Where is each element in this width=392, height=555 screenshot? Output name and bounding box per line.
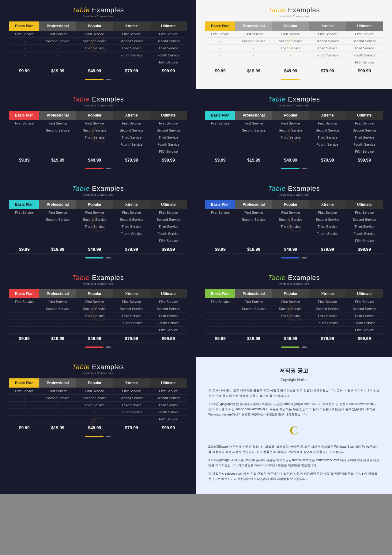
- cell-4-0: -: [9, 148, 39, 155]
- cell-4-1: -: [39, 148, 76, 155]
- pricing-table: Basic PlanProfessionalPopularXtremeUltim…: [205, 111, 383, 164]
- cell-2-3: Third Service: [113, 134, 150, 141]
- cell-5-3: $79.99: [113, 244, 150, 254]
- cell-3-2: -: [272, 320, 309, 327]
- cell-5-3: $79.99: [113, 334, 150, 343]
- cell-4-0: -: [205, 327, 235, 334]
- cell-1-0: -: [9, 216, 39, 223]
- cell-5-3: $79.99: [309, 155, 346, 164]
- cell-5-1: $19.99: [39, 155, 76, 164]
- cell-4-3: -: [113, 327, 150, 334]
- cell-0-1: First Service: [235, 120, 272, 127]
- cell-2-3: Third Service: [113, 223, 150, 230]
- cell-0-0: First Service: [9, 31, 39, 38]
- bar-dot: [106, 168, 111, 169]
- cell-0-3: First Service: [113, 298, 150, 305]
- cell-2-4: Third Service: [150, 223, 187, 230]
- cell-3-0: -: [205, 141, 235, 148]
- bar-dot: [302, 79, 307, 80]
- cell-2-2: Third Service: [76, 402, 113, 409]
- cell-1-1: Second Service: [235, 38, 272, 45]
- cell-1-4: Second Service: [150, 305, 187, 312]
- title-table: Table: [268, 274, 286, 281]
- title-table: Table: [72, 6, 90, 14]
- cell-3-3: Fourth Service: [309, 52, 346, 59]
- plan-header-4: Ultimate: [346, 289, 383, 298]
- slide-title: Table Examples: [9, 363, 187, 371]
- slide-subtitle: Insert Your Creative Idea: [205, 193, 383, 196]
- copyright-section-3: 3.이미지(Image) & 아이콘(Icon) 이 문서에 사용된 이미지들은…: [208, 457, 380, 468]
- cell-4-1: -: [39, 327, 76, 334]
- cell-0-4: First Service: [150, 388, 187, 395]
- slide-title: Table Examples: [9, 185, 187, 193]
- slide-title: Table Examples: [9, 95, 187, 103]
- slide-subtitle: Insert Your Creative Idea: [9, 193, 187, 196]
- cell-5-1: $19.99: [39, 66, 76, 75]
- cell-4-3: -: [309, 237, 346, 244]
- cell-0-1: First Service: [39, 298, 76, 305]
- cell-3-0: -: [9, 409, 39, 416]
- cell-4-3: -: [113, 237, 150, 244]
- cell-2-3: Third Service: [113, 45, 150, 52]
- bar-dot: [106, 346, 111, 348]
- cell-1-2: Second Service: [76, 395, 113, 402]
- title-examples: Examples: [92, 274, 124, 281]
- cell-2-0: -: [205, 134, 235, 141]
- bar-dot: [302, 257, 307, 258]
- plan-header-4: Ultimate: [346, 200, 383, 209]
- cell-2-1: -: [39, 45, 76, 52]
- cell-4-0: -: [9, 59, 39, 66]
- cell-0-4: First Service: [150, 31, 187, 38]
- slide-subtitle: Insert Your Creative Idea: [9, 372, 187, 375]
- bar-accent: [281, 346, 300, 348]
- cell-2-3: Third Service: [113, 402, 150, 409]
- bar-dot: [106, 79, 111, 80]
- cell-5-0: $9.99: [9, 244, 39, 254]
- title-table: Table: [268, 6, 286, 14]
- cell-1-4: Second Service: [346, 305, 383, 312]
- cell-0-4: First Service: [346, 298, 383, 305]
- title-table: Table: [72, 363, 90, 371]
- cell-2-3: Third Service: [309, 134, 346, 141]
- bar-accent: [85, 168, 104, 169]
- cell-5-3: $79.99: [309, 334, 346, 343]
- cell-3-0: -: [9, 230, 39, 237]
- cell-5-0: $9.99: [205, 244, 235, 254]
- cell-3-0: -: [9, 52, 39, 59]
- slide-subtitle: Insert Your Creative Idea: [9, 282, 187, 285]
- cell-2-2: Third Service: [76, 134, 113, 141]
- cell-4-1: -: [39, 237, 76, 244]
- plan-header-0: Basic Plan: [9, 111, 39, 120]
- cell-2-4: Third Service: [346, 223, 383, 230]
- cell-0-0: First Service: [9, 209, 39, 216]
- slide-4: C Table Examples Insert Your Creative Id…: [196, 89, 392, 178]
- cell-5-1: $19.99: [235, 334, 272, 343]
- cell-0-4: First Service: [346, 209, 383, 216]
- pricing-table: Basic PlanProfessionalPopularXtremeUltim…: [9, 378, 187, 432]
- bar-dot: [106, 257, 111, 258]
- bottom-bar: [9, 168, 187, 169]
- cell-5-3: $79.99: [309, 244, 346, 254]
- plan-header-4: Ultimate: [346, 111, 383, 120]
- cell-3-0: -: [205, 230, 235, 237]
- cell-5-4: $99.99: [150, 423, 187, 432]
- cell-0-2: First Service: [76, 31, 113, 38]
- cell-2-4: Third Service: [346, 45, 383, 52]
- cell-2-2: Third Service: [272, 134, 309, 141]
- cell-5-3: $79.99: [113, 423, 150, 432]
- slide-title: Table Examples: [9, 274, 187, 282]
- plan-header-3: Xtreme: [309, 200, 346, 209]
- cell-4-1: -: [235, 237, 272, 244]
- cell-5-2: $49.99: [76, 244, 113, 254]
- cell-0-2: First Service: [76, 120, 113, 127]
- cell-1-3: Second Service: [113, 305, 150, 312]
- plan-header-0: Basic Plan: [205, 289, 235, 298]
- plan-header-4: Ultimate: [150, 289, 187, 298]
- cell-1-1: Second Service: [39, 395, 76, 402]
- cell-2-4: Third Service: [346, 312, 383, 320]
- plan-header-3: Xtreme: [309, 21, 346, 31]
- copyright-slide: 저작권 공고 Copyright Notice 이 문서 내에 있는 모든 이미…: [196, 357, 392, 494]
- cell-0-0: First Service: [9, 120, 39, 127]
- cell-5-4: $99.99: [346, 334, 383, 343]
- cell-1-2: Second Service: [272, 305, 309, 312]
